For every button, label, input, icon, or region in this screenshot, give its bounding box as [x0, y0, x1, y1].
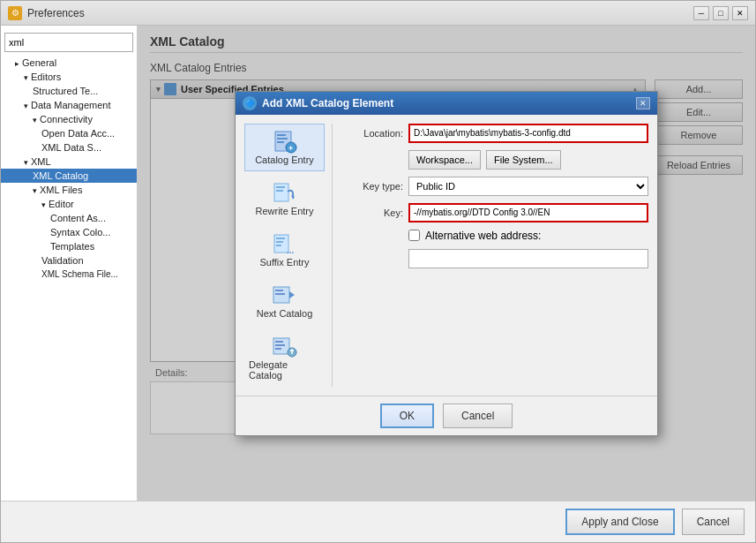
rewrite-entry-label: Rewrite Entry [255, 206, 313, 216]
workspace-button[interactable]: Workspace... [408, 150, 481, 170]
sidebar-item-open-data-acc[interactable]: Open Data Acc... [1, 126, 137, 140]
sidebar-item-templates[interactable]: Templates [1, 239, 137, 253]
sidebar-item-data-management[interactable]: ▾Data Management [1, 98, 137, 112]
key-type-label: Key type: [341, 181, 403, 192]
next-catalog-item[interactable]: Next Catalog [244, 277, 325, 325]
maximize-button[interactable]: □ [713, 6, 729, 20]
sidebar-item-xml-data-s[interactable]: XML Data S... [1, 140, 137, 155]
sidebar-item-xml[interactable]: ▾XML [1, 155, 137, 169]
modal-body: + Catalog Entry [236, 115, 657, 396]
modal-icon: 🔷 [243, 96, 257, 110]
minimize-button[interactable]: ─ [693, 6, 709, 20]
alt-web-input-row [408, 249, 648, 268]
alt-web-row: Alternative web address: [408, 230, 648, 242]
delegate-catalog-item[interactable]: Delegate Catalog [244, 328, 325, 387]
catalog-entry-label: Catalog Entry [255, 155, 314, 165]
sidebar-item-xml-schema-file[interactable]: XML Schema File... [1, 268, 137, 281]
svg-rect-7 [276, 186, 285, 188]
modal-dialog: 🔷 Add XML Catalog Element ✕ [235, 91, 658, 436]
preferences-window: ⚙ Preferences ─ □ ✕ ▸General ▾Editors St… [0, 0, 756, 543]
suffix-entry-label: Suffix Entry [259, 257, 309, 268]
bottom-bar: Apply and Close Cancel [1, 501, 755, 542]
catalog-entry-svg-icon: + [272, 130, 298, 155]
search-input[interactable] [4, 33, 133, 52]
suffix-entry-svg-icon: ... [272, 232, 298, 257]
svg-rect-22 [275, 348, 281, 350]
delegate-catalog-label: Delegate Catalog [249, 359, 320, 381]
sidebar-item-xml-catalog[interactable]: XML Catalog [1, 169, 137, 183]
window-title: Preferences [27, 7, 693, 19]
next-catalog-svg-icon [272, 283, 298, 308]
sidebar-item-general[interactable]: ▸General [1, 56, 137, 70]
cancel-button[interactable]: Cancel [682, 509, 745, 535]
modal-close-button[interactable]: ✕ [636, 97, 650, 109]
ok-button[interactable]: OK [380, 403, 434, 428]
location-label: Location: [341, 128, 403, 139]
file-system-button[interactable]: File System... [486, 150, 561, 170]
title-bar-controls: ─ □ ✕ [693, 6, 748, 20]
alt-web-input[interactable] [408, 249, 648, 268]
modal-footer: OK Cancel [236, 396, 657, 435]
svg-rect-21 [275, 344, 285, 346]
location-row: Location: [341, 124, 648, 143]
apply-and-close-button[interactable]: Apply and Close [565, 509, 674, 535]
delegate-catalog-svg-icon [272, 335, 298, 359]
svg-rect-17 [275, 293, 285, 295]
rewrite-entry-item[interactable]: Rewrite Entry [244, 175, 325, 222]
sidebar-item-content-as[interactable]: Content As... [1, 211, 137, 225]
sidebar-item-xml-files[interactable]: ▾XML Files [1, 183, 137, 197]
svg-marker-18 [289, 291, 295, 298]
modal-title-bar: 🔷 Add XML Catalog Element ✕ [236, 92, 657, 115]
catalog-entry-item[interactable]: + Catalog Entry [244, 124, 325, 171]
icon-panel: + Catalog Entry [244, 124, 333, 387]
sidebar-item-structured-text[interactable]: Structured Te... [1, 84, 137, 98]
svg-rect-16 [275, 290, 283, 291]
svg-rect-2 [277, 138, 288, 140]
key-type-row: Key type: Public ID System ID URI [341, 177, 648, 196]
title-bar: ⚙ Preferences ─ □ ✕ [1, 1, 755, 26]
close-button[interactable]: ✕ [732, 6, 748, 20]
svg-rect-8 [276, 190, 283, 192]
modal-title: Add XML Catalog Element [262, 97, 393, 109]
svg-rect-11 [276, 238, 285, 239]
search-bar [4, 33, 133, 52]
key-input[interactable] [408, 203, 648, 222]
sidebar-item-connectivity[interactable]: ▾Connectivity [1, 112, 137, 126]
alt-web-label: Alternative web address: [425, 230, 541, 242]
main-content: XML Catalog XML Catalog Entries ▾ User S… [138, 26, 755, 501]
svg-rect-13 [276, 245, 281, 246]
svg-text:...: ... [287, 245, 295, 255]
sidebar-item-syntax-col[interactable]: Syntax Colo... [1, 225, 137, 239]
form-panel: Location: Workspace... File System... Ke… [341, 124, 648, 387]
sidebar-item-validation[interactable]: Validation [1, 253, 137, 268]
next-catalog-label: Next Catalog [257, 308, 313, 319]
svg-rect-12 [276, 241, 283, 243]
rewrite-entry-svg-icon [272, 181, 298, 206]
key-row: Key: [341, 203, 648, 222]
sidebar-item-editors[interactable]: ▾Editors [1, 70, 137, 84]
window-body: ▸General ▾Editors Structured Te... ▾Data… [1, 26, 755, 501]
location-input[interactable] [408, 124, 648, 143]
svg-rect-3 [277, 141, 284, 143]
svg-text:+: + [288, 144, 293, 153]
alt-web-checkbox[interactable] [408, 230, 420, 241]
key-type-select[interactable]: Public ID System ID URI [408, 177, 648, 196]
sidebar: ▸General ▾Editors Structured Te... ▾Data… [1, 26, 138, 501]
modal-overlay: 🔷 Add XML Catalog Element ✕ [138, 26, 755, 501]
suffix-entry-item[interactable]: ... Suffix Entry [244, 226, 325, 274]
window-icon: ⚙ [8, 6, 22, 20]
sidebar-item-editor[interactable]: ▾Editor [1, 197, 137, 211]
modal-cancel-button[interactable]: Cancel [443, 403, 513, 428]
svg-rect-1 [277, 134, 286, 136]
svg-rect-20 [275, 341, 283, 343]
location-buttons-row: Workspace... File System... [408, 150, 648, 170]
key-label: Key: [341, 207, 403, 218]
